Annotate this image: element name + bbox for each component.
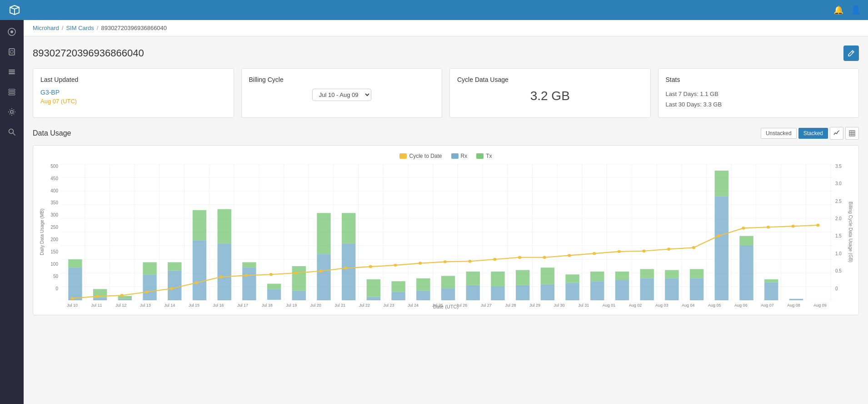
sidebar-item-dashboard[interactable] — [2, 24, 22, 42]
bell-icon[interactable]: 🔔 — [833, 5, 843, 15]
list1-icon — [7, 67, 16, 79]
table-icon-button[interactable] — [845, 127, 859, 140]
billing-select-wrap: Jul 10 - Aug 09 Jun 10 - Jul 09 — [249, 89, 435, 101]
svg-rect-84 — [367, 279, 380, 297]
svg-point-10 — [10, 111, 13, 113]
sidebar-item-list2[interactable] — [2, 84, 22, 102]
svg-rect-88 — [416, 278, 430, 291]
svg-point-146 — [767, 226, 770, 228]
svg-point-133 — [444, 260, 447, 263]
svg-rect-112 — [715, 171, 728, 197]
svg-rect-79 — [317, 254, 330, 300]
svg-rect-75 — [267, 289, 281, 300]
svg-point-134 — [468, 260, 471, 263]
cards-row: Last Updated G3-BP Aug 07 (UTC) Billing … — [33, 68, 859, 118]
sidebar-item-search[interactable] — [2, 124, 22, 142]
chart-icon-button[interactable] — [830, 127, 843, 140]
sidebar-item-settings[interactable] — [2, 104, 22, 122]
svg-rect-92 — [466, 272, 480, 285]
svg-rect-103 — [615, 280, 629, 300]
svg-rect-68 — [168, 262, 181, 270]
svg-rect-101 — [590, 281, 604, 300]
svg-point-122 — [170, 287, 173, 290]
user-icon[interactable]: 👤 — [851, 5, 861, 15]
svg-rect-69 — [193, 240, 206, 300]
svg-point-144 — [717, 234, 720, 237]
svg-point-141 — [642, 249, 645, 252]
edit-button[interactable] — [843, 45, 859, 61]
svg-point-147 — [792, 225, 795, 227]
svg-point-145 — [742, 227, 745, 229]
svg-point-120 — [120, 294, 124, 297]
svg-rect-77 — [292, 290, 306, 300]
svg-point-135 — [493, 258, 496, 261]
card-cycle-data: Cycle Data Usage 3.2 GB — [449, 68, 651, 118]
svg-point-129 — [344, 267, 347, 269]
x-axis-labels: Jul 10 Jul 11 Jul 12 Jul 13 Jul 14 Jul 1… — [60, 303, 833, 308]
y-axis-right-title: Billing Cycle Data Usage (GB) — [847, 164, 853, 300]
page-header: 89302720396936866040 — [33, 45, 859, 61]
svg-rect-78 — [292, 266, 306, 291]
svg-rect-107 — [665, 278, 678, 300]
unstacked-button[interactable]: Unstacked — [761, 128, 797, 139]
svg-rect-116 — [764, 279, 778, 282]
svg-rect-80 — [317, 213, 330, 254]
svg-point-137 — [543, 256, 546, 258]
legend-tx: Tx — [476, 153, 492, 159]
svg-rect-102 — [590, 272, 604, 281]
legend-rx: Rx — [451, 153, 468, 159]
svg-rect-90 — [441, 276, 455, 288]
search-icon — [7, 127, 16, 139]
svg-rect-86 — [391, 281, 405, 292]
svg-point-138 — [568, 254, 571, 257]
stacked-button[interactable]: Stacked — [798, 128, 828, 139]
app-logo — [7, 3, 22, 17]
legend-blue-box — [451, 153, 459, 159]
svg-rect-94 — [491, 272, 504, 287]
svg-point-136 — [518, 256, 521, 258]
card-cycle-data-value: 3.2 GB — [457, 89, 643, 103]
svg-rect-64 — [118, 296, 132, 298]
svg-point-130 — [369, 265, 372, 268]
breadcrumb-sep1: / — [62, 25, 64, 31]
svg-rect-85 — [391, 292, 405, 300]
billing-cycle-select[interactable]: Jul 10 - Aug 09 Jun 10 - Jul 09 — [312, 89, 371, 101]
breadcrumb-home[interactable]: Microhard — [33, 25, 59, 31]
y-axis-left: 500 450 400 350 300 250 200 150 100 50 0 — [45, 164, 60, 291]
svg-rect-111 — [715, 197, 728, 300]
svg-rect-105 — [640, 278, 654, 300]
svg-rect-115 — [764, 282, 778, 300]
content-area: 89302720396936866040 Last Updated G3-BP … — [24, 36, 868, 404]
svg-rect-108 — [665, 270, 678, 278]
svg-rect-97 — [541, 284, 554, 300]
svg-rect-4 — [9, 70, 15, 71]
card-last-updated-link[interactable]: G3-BP — [40, 89, 226, 96]
card-cycle-data-title: Cycle Data Usage — [457, 76, 643, 83]
svg-point-121 — [145, 290, 148, 293]
svg-rect-87 — [416, 290, 430, 300]
sidebar-item-sim[interactable] — [2, 44, 22, 62]
svg-rect-60 — [68, 259, 82, 268]
y-axis-right: 3.5 3.0 2.5 2.0 1.5 1.0 0.5 0 — [833, 164, 847, 291]
legend-cycle-to-date: Cycle to Date — [399, 153, 442, 159]
svg-rect-9 — [9, 94, 15, 95]
data-usage-section-header: Data Usage Unstacked Stacked — [33, 127, 859, 140]
sidebar-item-list1[interactable] — [2, 64, 22, 82]
svg-rect-70 — [193, 210, 206, 240]
svg-rect-113 — [739, 246, 753, 300]
chart-legend: Cycle to Date Rx Tx — [39, 153, 853, 159]
svg-rect-99 — [565, 283, 579, 300]
card-stats: Stats Last 7 Days: 1.1 GB Last 30 Days: … — [658, 68, 859, 118]
svg-point-148 — [816, 224, 819, 227]
svg-rect-98 — [541, 268, 554, 284]
breadcrumb-sim[interactable]: SIM Cards — [66, 25, 94, 31]
card-stats-body: Last 7 Days: 1.1 GB Last 30 Days: 3.3 GB — [666, 89, 852, 110]
svg-rect-82 — [342, 213, 355, 243]
svg-rect-8 — [9, 91, 15, 93]
legend-rx-label: Rx — [461, 153, 468, 159]
svg-rect-66 — [143, 262, 156, 274]
svg-point-139 — [593, 252, 596, 255]
svg-rect-67 — [168, 270, 181, 300]
card-last-updated-title: Last Updated — [40, 76, 226, 83]
svg-rect-83 — [367, 297, 380, 300]
